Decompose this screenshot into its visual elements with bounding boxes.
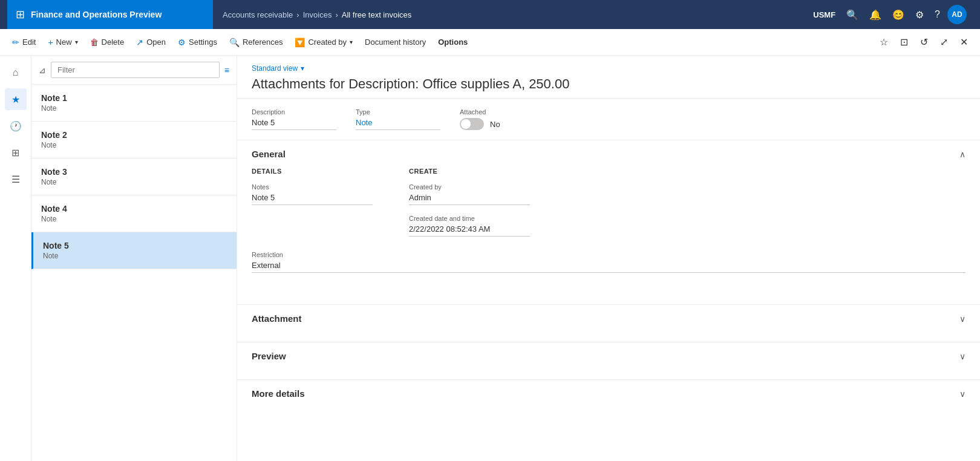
- restriction-value[interactable]: External: [252, 261, 965, 273]
- top-nav-right: USMF 🔍 🔔 😊 ⚙ ? AD: [807, 0, 973, 29]
- more-details-section-title: More details: [252, 388, 305, 399]
- notification-icon-button[interactable]: 🔔: [866, 7, 885, 23]
- attachment-section: Attachment ∨: [237, 304, 980, 332]
- open-label: Open: [146, 38, 166, 47]
- list-item-title: Note 1: [41, 93, 227, 103]
- created-by-detail-label: Created by: [409, 183, 530, 191]
- created-by-chevron-icon: ▾: [350, 39, 353, 45]
- popout-icon-button[interactable]: ⤢: [935, 33, 953, 51]
- attached-toggle[interactable]: [460, 118, 484, 130]
- created-by-label: Created by: [308, 38, 347, 47]
- filter-icon: 🔽: [295, 38, 305, 47]
- document-history-button[interactable]: Document history: [360, 34, 431, 50]
- list-panel: ⊿ ≡ Note 1 Note Note 2 Note Note 3 Note …: [31, 56, 237, 461]
- created-by-button[interactable]: 🔽 Created by ▾: [290, 34, 358, 51]
- created-by-detail-value[interactable]: Admin: [409, 193, 530, 205]
- description-label: Description: [252, 108, 336, 116]
- notes-value[interactable]: Note 5: [252, 193, 373, 205]
- list-item-sub: Note: [41, 141, 227, 149]
- list-item-title: Note 2: [41, 130, 227, 140]
- new-chevron-icon: ▾: [75, 39, 78, 45]
- created-date-label: Created date and time: [409, 215, 530, 222]
- sidebar-icon-home[interactable]: ⌂: [5, 62, 27, 83]
- preview-section: Preview ∨: [237, 342, 980, 370]
- settings-icon-button[interactable]: ⚙: [912, 7, 927, 23]
- delete-icon: 🗑: [90, 38, 99, 47]
- top-form-row: Description Note 5 Type Note Attached No: [237, 99, 980, 130]
- sidebar-icon-star[interactable]: ★: [5, 88, 27, 110]
- attached-text: No: [490, 120, 500, 129]
- sidebar-icon-recent[interactable]: 🕐: [5, 115, 27, 137]
- description-value[interactable]: Note 5: [252, 118, 336, 130]
- breadcrumb-invoices[interactable]: Invoices: [303, 10, 332, 19]
- settings-button[interactable]: ⚙ Settings: [173, 34, 222, 51]
- settings-label: Settings: [189, 38, 217, 47]
- refresh-icon-button[interactable]: ↺: [915, 33, 933, 51]
- list-item-note2[interactable]: Note 2 Note: [31, 122, 237, 159]
- detail-panel: Standard view ▾ Attachments for Descript…: [237, 56, 980, 461]
- app-title: Finance and Operations Preview: [31, 10, 162, 19]
- description-field: Description Note 5: [252, 108, 336, 130]
- type-value[interactable]: Note: [356, 118, 440, 130]
- expand-icon-button[interactable]: ⊡: [895, 33, 913, 51]
- preview-section-title: Preview: [252, 351, 286, 361]
- breadcrumb-all-free-text-invoices[interactable]: All free text invoices: [342, 10, 412, 19]
- attached-field: Attached No: [460, 108, 544, 130]
- references-button[interactable]: 🔍 References: [224, 34, 287, 51]
- open-button[interactable]: ↗ Open: [131, 34, 171, 51]
- breadcrumb-area: Accounts receivable › Invoices › All fre…: [213, 0, 807, 29]
- user-code: USMF: [813, 10, 835, 19]
- restriction-label: Restriction: [252, 251, 965, 258]
- general-section-title: General: [252, 149, 286, 159]
- list-item-sub: Note: [41, 104, 227, 113]
- notes-label: Notes: [252, 183, 373, 191]
- open-icon: ↗: [136, 38, 143, 47]
- filter-funnel-icon[interactable]: ⊿: [39, 65, 46, 75]
- new-button[interactable]: + New ▾: [43, 34, 82, 51]
- list-item-sub: Note: [43, 252, 227, 260]
- list-item-title: Note 3: [41, 167, 227, 177]
- preview-section-header[interactable]: Preview ∨: [237, 342, 980, 370]
- list-item-title: Note 4: [41, 204, 227, 214]
- favorites-icon-button[interactable]: ☆: [875, 33, 893, 51]
- emoji-icon-button[interactable]: 😊: [889, 7, 908, 23]
- edit-button[interactable]: ✏ Edit: [7, 34, 41, 51]
- notes-field: Notes Note 5: [252, 183, 373, 205]
- general-section-body: DETAILS Notes Note 5 CREATE Created by A…: [237, 168, 980, 295]
- options-button[interactable]: Options: [433, 34, 472, 50]
- list-item-title: Note 5: [43, 241, 227, 250]
- breadcrumb-accounts-receivable[interactable]: Accounts receivable: [223, 10, 293, 19]
- user-avatar[interactable]: AD: [947, 5, 967, 24]
- created-by-field: Created by Admin: [409, 183, 530, 205]
- help-icon-button[interactable]: ?: [931, 7, 944, 22]
- created-date-value[interactable]: 2/22/2022 08:52:43 AM: [409, 224, 530, 237]
- filter-bar: ⊿ ≡: [31, 56, 237, 85]
- breadcrumb-sep-2: ›: [335, 10, 338, 19]
- more-details-chevron-icon: ∨: [959, 389, 965, 399]
- general-section-header[interactable]: General ∧: [237, 140, 980, 168]
- list-item-note3[interactable]: Note 3 Note: [31, 159, 237, 195]
- new-icon: +: [48, 38, 53, 47]
- more-details-section: More details ∨: [237, 379, 980, 407]
- sidebar-icon-grid[interactable]: ⊞: [5, 142, 27, 163]
- close-button[interactable]: ✕: [955, 33, 973, 51]
- list-item-note5[interactable]: Note 5 Note: [31, 232, 237, 269]
- page-title: Attachments for Description: Office supp…: [252, 76, 965, 92]
- search-icon-button[interactable]: 🔍: [843, 7, 862, 23]
- more-details-section-header[interactable]: More details ∨: [237, 380, 980, 407]
- waffle-icon[interactable]: ⊞: [16, 8, 25, 21]
- list-item-note1[interactable]: Note 1 Note: [31, 85, 237, 122]
- options-label: Options: [438, 38, 468, 47]
- sidebar: ⌂ ★ 🕐 ⊞ ☰: [0, 56, 31, 461]
- sidebar-icon-list[interactable]: ☰: [5, 168, 27, 190]
- list-item-note4[interactable]: Note 4 Note: [31, 195, 237, 232]
- edit-label: Edit: [22, 38, 36, 47]
- delete-button[interactable]: 🗑 Delete: [85, 34, 129, 51]
- filter-lines-icon[interactable]: ≡: [224, 65, 229, 75]
- attachment-section-header[interactable]: Attachment ∨: [237, 305, 980, 332]
- filter-input[interactable]: [51, 62, 220, 78]
- standard-view-dropdown[interactable]: Standard view ▾: [252, 64, 965, 73]
- attached-toggle-row: No: [460, 118, 544, 130]
- references-icon: 🔍: [229, 38, 240, 47]
- standard-view-chevron-icon: ▾: [301, 64, 304, 73]
